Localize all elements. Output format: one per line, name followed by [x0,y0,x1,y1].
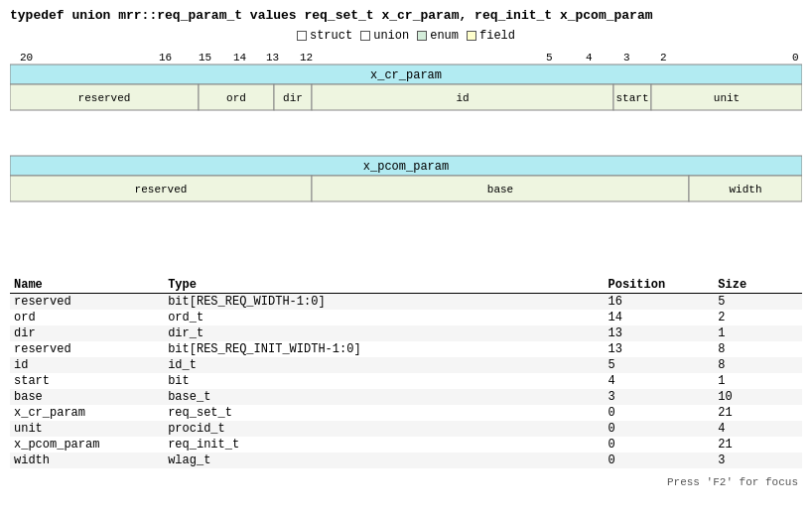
cell-name: x_cr_param [10,405,164,421]
scale-2: 2 [660,52,667,64]
footer-text: Press 'F2' for focus [10,476,802,488]
cell-size: 21 [714,437,802,453]
cell-size: 1 [714,325,802,341]
table-row: x_pcom_paramreq_init_t021 [10,437,802,453]
legend-struct: struct [297,29,352,43]
xcr-header-label: x_cr_param [370,68,442,82]
cell-position: 0 [604,453,714,468]
scale-20: 20 [20,52,33,64]
table-header-row: Name Type Position Size [10,277,802,294]
table-row: dirdir_t131 [10,325,802,341]
data-table: Name Type Position Size reservedbit[RES_… [10,277,802,468]
table-row: idid_t58 [10,357,802,373]
scale-14: 14 [233,52,247,64]
struct-box [297,31,307,41]
legend-field: field [467,29,515,43]
table-row: widthwlag_t03 [10,453,802,468]
cell-type: bit[RES_REQ_WIDTH-1:0] [164,294,604,311]
scale-4: 4 [586,52,593,64]
cell-position: 13 [604,341,714,357]
table-row: reservedbit[RES_REQ_WIDTH-1:0]165 [10,294,802,311]
col-header-size: Size [714,277,802,294]
xcr-dir-label: dir [283,92,303,104]
xpcom-header-label: x_pcom_param [363,160,449,174]
xcr-unit-label: unit [714,92,740,104]
cell-type: bit[RES_REQ_INIT_WIDTH-1:0] [164,341,604,357]
table-row: basebase_t310 [10,389,802,405]
scale-15: 15 [199,52,211,64]
cell-type: ord_t [164,310,604,325]
scale-12: 12 [300,52,313,64]
xcr-id-label: id [456,92,469,104]
diagrams-container: 20 16 15 14 13 12 5 4 3 2 0 x_cr_param r… [10,47,802,269]
cell-position: 5 [604,357,714,373]
scale-13: 13 [266,52,279,64]
legend: struct union enum field [10,29,802,43]
col-header-type: Type [164,277,604,294]
cell-size: 21 [714,405,802,421]
scale-0: 0 [792,52,799,64]
page-title: typedef union mrr::req_param_t values re… [10,8,802,23]
cell-position: 16 [604,294,714,311]
union-box [360,31,370,41]
xcr-ord-label: ord [226,92,246,104]
scale-3: 3 [623,52,630,64]
cell-name: base [10,389,164,405]
legend-enum: enum [417,29,459,43]
xpcom-base-label: base [487,184,513,195]
col-header-name: Name [10,277,164,294]
cell-name: dir [10,325,164,341]
col-header-position: Position [604,277,714,294]
table-row: x_cr_paramreq_set_t021 [10,405,802,421]
scale-5: 5 [546,52,553,64]
cell-position: 13 [604,325,714,341]
cell-size: 4 [714,421,802,437]
table-row: ordord_t142 [10,310,802,325]
cell-type: bit [164,373,604,389]
cell-size: 1 [714,373,802,389]
cell-position: 0 [604,421,714,437]
xcr-reserved-label: reserved [78,92,131,104]
legend-union: union [360,29,409,43]
cell-position: 0 [604,437,714,453]
cell-size: 8 [714,341,802,357]
cell-name: width [10,453,164,468]
field-box [467,31,476,41]
cell-name: reserved [10,294,164,311]
enum-label: enum [430,29,459,43]
cell-name: ord [10,310,164,325]
cell-size: 8 [714,357,802,373]
cell-size: 10 [714,389,802,405]
cell-name: x_pcom_param [10,437,164,453]
cell-position: 3 [604,389,714,405]
cell-position: 0 [604,405,714,421]
cell-type: procid_t [164,421,604,437]
cell-name: reserved [10,341,164,357]
cell-size: 5 [714,294,802,311]
field-label: field [479,29,515,43]
cell-type: req_init_t [164,437,604,453]
cell-type: dir_t [164,325,604,341]
cell-type: wlag_t [164,453,604,468]
cell-name: id [10,357,164,373]
struct-label: struct [310,29,352,43]
cell-position: 14 [604,310,714,325]
scale-16: 16 [159,52,172,64]
cell-name: start [10,373,164,389]
union-label: union [373,29,409,43]
cell-position: 4 [604,373,714,389]
table-row: startbit41 [10,373,802,389]
xpcom-width-label: width [729,184,761,195]
xpcom-reserved-label: reserved [135,184,188,195]
cell-size: 2 [714,310,802,325]
table-row: reservedbit[RES_REQ_INIT_WIDTH-1:0]138 [10,341,802,357]
cell-type: req_set_t [164,405,604,421]
cell-name: unit [10,421,164,437]
cell-type: base_t [164,389,604,405]
xcr-start-label: start [615,92,648,104]
cell-size: 3 [714,453,802,468]
cell-type: id_t [164,357,604,373]
enum-box [417,31,427,41]
table-row: unitprocid_t04 [10,421,802,437]
bit-diagrams: 20 16 15 14 13 12 5 4 3 2 0 x_cr_param r… [10,47,802,265]
